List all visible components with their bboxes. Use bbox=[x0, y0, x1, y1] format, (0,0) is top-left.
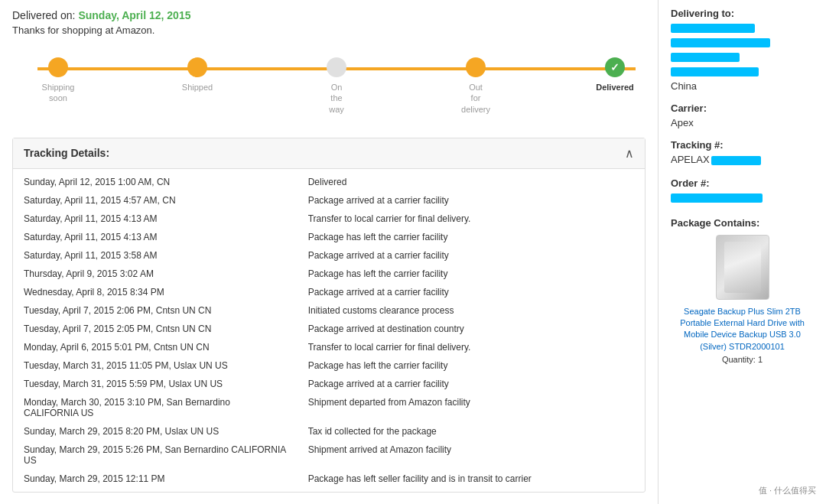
step-delivered: ✓ Delivered bbox=[584, 57, 646, 115]
sidebar: Delivering to: China Carrier: Apex Track… bbox=[658, 0, 826, 504]
carrier-section: Carrier: Apex bbox=[671, 102, 814, 128]
tracking-date-cell: Saturday, April 11, 2015 3:58 AM bbox=[13, 246, 298, 265]
redacted-address-4 bbox=[671, 67, 759, 76]
tracking-number-value: APELAX bbox=[671, 154, 814, 167]
thanks-text: Thanks for shopping at Amazon. bbox=[12, 24, 646, 36]
step-label-shipping-soon: Shippingsoon bbox=[42, 82, 75, 104]
address-line-4 bbox=[671, 66, 814, 80]
table-row: Monday, March 30, 2015 3:10 PM, San Bern… bbox=[13, 393, 645, 422]
tracking-date-cell: Sunday, March 29, 2015 12:11 PM bbox=[13, 470, 298, 492]
country-value: China bbox=[671, 80, 814, 92]
tracking-date-cell: Tuesday, March 31, 2015 5:59 PM, Uslax U… bbox=[13, 375, 298, 393]
tracking-status-cell: Shipment departed from Amazon facility bbox=[298, 393, 645, 422]
tracking-date-cell: Thursday, April 9, 2015 3:02 AM bbox=[13, 265, 298, 283]
delivered-date: Sunday, April 12, 2015 bbox=[78, 9, 190, 21]
table-row: Wednesday, April 8, 2015 8:34 PM Package… bbox=[13, 283, 645, 301]
product-name[interactable]: Seagate Backup Plus Slim 2TB Portable Ex… bbox=[671, 306, 814, 353]
delivered-on-label: Delivered on: bbox=[12, 9, 76, 21]
table-row: Saturday, April 11, 2015 3:58 AM Package… bbox=[13, 246, 645, 265]
tracking-status-cell: Package arrived at a carrier facility bbox=[298, 283, 645, 301]
progress-tracker: Shippingsoon Shipped Ontheway Outfordeli… bbox=[28, 57, 646, 115]
table-row: Sunday, March 29, 2015 12:11 PM Package … bbox=[13, 470, 645, 492]
tracking-status-cell: Package arrived at a carrier facility bbox=[298, 191, 645, 210]
address-line-2 bbox=[671, 37, 814, 51]
address-line-1 bbox=[671, 22, 814, 37]
step-circle-shipping-soon bbox=[48, 57, 68, 77]
step-circle-out-for-delivery bbox=[466, 57, 486, 77]
table-row: Tuesday, March 31, 2015 5:59 PM, Uslax U… bbox=[13, 375, 645, 393]
step-label-delivered: Delivered bbox=[596, 82, 634, 93]
order-number-label: Order #: bbox=[671, 177, 814, 189]
step-circle-shipped bbox=[187, 57, 207, 77]
redacted-order bbox=[671, 193, 763, 203]
tracking-status-cell: Package has left the carrier facility bbox=[298, 265, 645, 283]
step-label-on-the-way: Ontheway bbox=[329, 82, 344, 115]
tracker-steps: Shippingsoon Shipped Ontheway Outfordeli… bbox=[28, 57, 646, 115]
package-contains-content: Seagate Backup Plus Slim 2TB Portable Ex… bbox=[671, 235, 814, 365]
redacted-tracking bbox=[711, 156, 761, 165]
watermark: 值 · 什么值得买 bbox=[755, 483, 820, 498]
product-image bbox=[716, 235, 769, 300]
tracking-date-cell: Saturday, April 11, 2015 4:57 AM, CN bbox=[13, 191, 298, 210]
step-circle-on-the-way bbox=[327, 57, 346, 77]
table-row: Tuesday, March 31, 2015 11:05 PM, Uslax … bbox=[13, 356, 645, 375]
tracking-details-header: Tracking Details: ∧ bbox=[13, 138, 645, 169]
tracking-date-cell: Saturday, April 11, 2015 4:13 AM bbox=[13, 228, 298, 246]
tracking-date-cell: Wednesday, April 8, 2015 8:34 PM bbox=[13, 283, 298, 301]
table-row: Thursday, April 9, 2015 3:02 AM Package … bbox=[13, 265, 645, 283]
step-label-out-for-delivery: Outfordelivery bbox=[461, 82, 490, 115]
table-row: Tuesday, April 7, 2015 2:06 PM, Cntsn UN… bbox=[13, 301, 645, 320]
product-quantity: Quantity: 1 bbox=[671, 355, 814, 364]
tracking-date-cell: Tuesday, April 7, 2015 2:06 PM, Cntsn UN… bbox=[13, 301, 298, 320]
tracking-status-cell: Initiated customs clearance process bbox=[298, 301, 645, 320]
tracking-date-cell: Monday, March 30, 2015 3:10 PM, San Bern… bbox=[13, 393, 298, 422]
tracking-status-cell: Transfer to local carrier for final deli… bbox=[298, 210, 645, 228]
table-row: Saturday, April 11, 2015 4:57 AM, CN Pac… bbox=[13, 191, 645, 210]
tracking-status-cell: Shipment arrived at Amazon facility bbox=[298, 441, 645, 470]
tracking-prefix: APELAX bbox=[671, 154, 710, 165]
order-number-value bbox=[671, 192, 814, 206]
table-row: Saturday, April 11, 2015 4:13 AM Transfe… bbox=[13, 210, 645, 228]
delivering-to-section: Delivering to: China bbox=[671, 8, 814, 92]
step-shipping-soon: Shippingsoon bbox=[28, 57, 89, 115]
tracking-status-cell: Package has left the carrier facility bbox=[298, 228, 645, 246]
step-out-for-delivery: Outfordelivery bbox=[445, 57, 506, 115]
address-line-3 bbox=[671, 51, 814, 66]
tracking-date-cell: Monday, April 6, 2015 5:01 PM, Cntsn UN … bbox=[13, 338, 298, 356]
redacted-address-2 bbox=[671, 38, 770, 47]
redacted-address-3 bbox=[671, 53, 740, 62]
table-row: Monday, April 6, 2015 5:01 PM, Cntsn UN … bbox=[13, 338, 645, 356]
delivered-on-line: Delivered on: Sunday, April 12, 2015 bbox=[12, 9, 646, 21]
tracking-status-cell: Package arrived at destination country bbox=[298, 320, 645, 338]
table-row: Tuesday, April 7, 2015 2:05 PM, Cntsn UN… bbox=[13, 320, 645, 338]
tracking-status-cell: Tax id collected for the package bbox=[298, 422, 645, 441]
step-circle-delivered: ✓ bbox=[605, 57, 625, 77]
tracking-date-cell: Sunday, April 12, 2015 1:00 AM, CN bbox=[13, 169, 298, 191]
table-row: Saturday, April 11, 2015 4:13 AM Package… bbox=[13, 228, 645, 246]
tracking-date-cell: Sunday, March 29, 2015 5:26 PM, San Bern… bbox=[13, 441, 298, 470]
tracking-date-cell: Tuesday, March 31, 2015 11:05 PM, Uslax … bbox=[13, 356, 298, 375]
tracking-date-cell: Sunday, March 29, 2015 8:20 PM, Uslax UN… bbox=[13, 422, 298, 441]
tracking-status-cell: Package has left the carrier facility bbox=[298, 356, 645, 375]
order-number-section: Order #: bbox=[671, 177, 814, 206]
tracking-status-cell: Package has left seller facility and is … bbox=[298, 470, 645, 492]
tracking-status-cell: Transfer to local carrier for final deli… bbox=[298, 338, 645, 356]
tracking-details-panel: Tracking Details: ∧ Sunday, April 12, 20… bbox=[12, 138, 646, 493]
tracking-number-section: Tracking #: APELAX bbox=[671, 139, 814, 167]
table-row: Sunday, March 29, 2015 5:26 PM, San Bern… bbox=[13, 441, 645, 470]
step-label-shipped: Shipped bbox=[182, 82, 213, 93]
package-contains-section: Package Contains: Seagate Backup Plus Sl… bbox=[671, 217, 814, 365]
step-shipped: Shipped bbox=[167, 57, 228, 115]
table-row: Sunday, March 29, 2015 8:20 PM, Uslax UN… bbox=[13, 422, 645, 441]
delivery-header: Delivered on: Sunday, April 12, 2015 Tha… bbox=[12, 9, 646, 36]
tracking-table: Sunday, April 12, 2015 1:00 AM, CN Deliv… bbox=[13, 169, 645, 492]
collapse-icon[interactable]: ∧ bbox=[625, 146, 634, 161]
delivering-to-label: Delivering to: bbox=[671, 8, 814, 19]
tracking-status-cell: Package arrived at a carrier facility bbox=[298, 375, 645, 393]
table-row: Sunday, April 12, 2015 1:00 AM, CN Deliv… bbox=[13, 169, 645, 191]
package-contains-label: Package Contains: bbox=[671, 217, 814, 229]
tracking-date-cell: Saturday, April 11, 2015 4:13 AM bbox=[13, 210, 298, 228]
carrier-value: Apex bbox=[671, 117, 814, 128]
tracking-number-label: Tracking #: bbox=[671, 139, 814, 151]
tracking-status-cell: Delivered bbox=[298, 169, 645, 191]
